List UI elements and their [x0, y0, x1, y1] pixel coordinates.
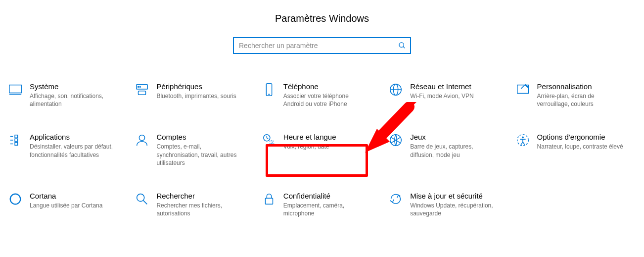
tile-personalization[interactable]: Personnalisation Arrière-plan, écran de …: [512, 81, 639, 109]
svg-text:字: 字: [269, 140, 275, 146]
tile-title: Applications: [30, 133, 116, 141]
tile-desc: Windows Update, récupération, sauvegarde: [410, 202, 497, 217]
svg-rect-2: [9, 85, 21, 93]
svg-point-30: [137, 194, 144, 202]
svg-point-21: [139, 135, 145, 141]
tile-search[interactable]: Rechercher Rechercher mes fichiers, auto…: [132, 191, 258, 218]
personalization-icon: [514, 82, 531, 99]
tile-desc: Wi-Fi, mode Avion, VPN: [410, 92, 473, 100]
tile-desc: Comptes, e-mail, synchronisation, travai…: [156, 143, 243, 167]
tile-system[interactable]: Système Affichage, son, notifications, a…: [5, 81, 132, 109]
search-tile-icon: [134, 192, 150, 208]
svg-point-0: [399, 43, 404, 47]
system-icon: [7, 82, 24, 99]
tile-desc: Arrière-plan, écran de verrouillage, cou…: [537, 92, 624, 108]
svg-point-6: [140, 86, 141, 87]
search-icon: [398, 42, 406, 50]
gaming-icon: [387, 133, 404, 150]
tile-title: Système: [30, 82, 116, 91]
tile-title: Périphériques: [156, 82, 236, 91]
ease-of-access-icon: [514, 133, 531, 150]
search-input[interactable]: [239, 42, 398, 50]
tile-title: Cortana: [30, 192, 102, 200]
tile-title: Jeux: [410, 133, 497, 141]
phone-icon: [261, 82, 277, 99]
svg-rect-7: [138, 91, 146, 95]
svg-point-29: [10, 194, 21, 205]
svg-rect-8: [266, 84, 272, 96]
tile-title: Personnalisation: [537, 82, 624, 91]
svg-line-14: [521, 85, 525, 89]
tile-apps[interactable]: Applications Désinstaller, valeurs par d…: [5, 132, 132, 168]
update-icon: [387, 192, 404, 208]
tile-desc: Associer votre téléphone Android ou votr…: [283, 92, 370, 108]
page-title: Paramètres Windows: [0, 13, 644, 24]
svg-point-28: [522, 137, 524, 139]
tile-devices[interactable]: Périphériques Bluetooth, imprimantes, so…: [132, 81, 258, 109]
tile-network[interactable]: Réseau et Internet Wi-Fi, mode Avion, VP…: [385, 81, 512, 109]
svg-rect-19: [15, 139, 18, 142]
tile-phone[interactable]: Téléphone Associer votre téléphone Andro…: [259, 81, 385, 109]
globe-icon: [387, 82, 404, 99]
tile-desc: Bluetooth, imprimantes, souris: [156, 92, 236, 100]
tile-privacy[interactable]: Confidentialité Emplacement, caméra, mic…: [259, 191, 385, 218]
tile-title: Confidentialité: [283, 192, 370, 200]
tile-title: Heure et langue: [283, 133, 336, 141]
svg-point-5: [138, 86, 139, 87]
tile-title: Téléphone: [283, 82, 370, 91]
svg-rect-18: [15, 135, 18, 138]
tile-title: Réseau et Internet: [410, 82, 473, 91]
tile-desc: Affichage, son, notifications, alimentat…: [30, 92, 116, 108]
tile-accounts[interactable]: Comptes Comptes, e-mail, synchronisation…: [132, 132, 258, 168]
tile-desc: Désinstaller, valeurs par défaut, foncti…: [30, 143, 116, 158]
svg-line-24: [267, 138, 268, 139]
settings-grid: Système Affichage, son, notifications, a…: [0, 81, 644, 218]
devices-icon: [134, 82, 150, 99]
tile-title: Mise à jour et sécurité: [410, 192, 497, 200]
tile-gaming[interactable]: Jeux Barre de jeux, captures, diffusion,…: [385, 132, 512, 168]
apps-icon: [7, 133, 24, 150]
tile-desc: Narrateur, loupe, contraste élevé: [537, 143, 623, 151]
tile-update-security[interactable]: Mise à jour et sécurité Windows Update, …: [385, 191, 512, 218]
tile-title: Options d'ergonomie: [537, 133, 623, 141]
svg-line-31: [143, 201, 147, 205]
accounts-icon: [134, 133, 150, 150]
tile-desc: Barre de jeux, captures, diffusion, mode…: [410, 143, 497, 158]
tile-title: Comptes: [156, 133, 243, 141]
svg-rect-32: [265, 198, 273, 204]
tile-desc: Rechercher mes fichiers, autorisations: [156, 202, 243, 217]
tile-title: Rechercher: [156, 192, 243, 200]
tile-desc: Langue utilisée par Cortana: [30, 202, 102, 209]
tile-desc: Voix, région, date: [283, 143, 336, 151]
tile-cortana[interactable]: Cortana Langue utilisée par Cortana: [5, 191, 132, 218]
tile-time-language[interactable]: 字 Heure et langue Voix, région, date: [259, 132, 385, 168]
svg-line-1: [403, 47, 405, 48]
tile-ease-of-access[interactable]: Options d'ergonomie Narrateur, loupe, co…: [512, 132, 639, 168]
search-box[interactable]: [233, 37, 411, 54]
time-language-icon: 字: [261, 133, 277, 150]
svg-rect-20: [15, 143, 18, 146]
cortana-icon: [7, 192, 24, 208]
lock-icon: [261, 192, 277, 208]
tile-desc: Emplacement, caméra, microphone: [283, 202, 370, 217]
